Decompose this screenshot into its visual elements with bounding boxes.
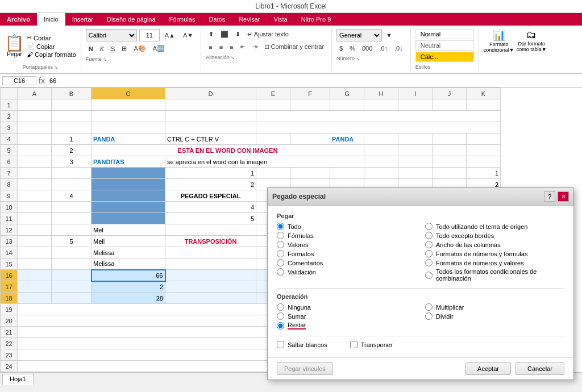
aceptar-button[interactable]: Aceptar <box>465 362 511 375</box>
indent-dec-btn[interactable]: ⇤ <box>238 41 248 52</box>
cell-G1[interactable] <box>330 99 364 111</box>
radio-comentarios-input[interactable] <box>277 259 284 266</box>
cell-E1[interactable] <box>256 99 290 111</box>
radio-ninguna-input[interactable] <box>277 303 284 311</box>
decrease-font-btn[interactable]: A▼ <box>180 30 196 40</box>
cell-A1[interactable] <box>18 99 52 111</box>
formula-input[interactable] <box>47 77 580 85</box>
cell-J4[interactable] <box>433 134 467 145</box>
tab-inicio[interactable]: Inicio <box>37 13 65 26</box>
numero-expand[interactable]: ↘ <box>356 56 360 61</box>
increase-font-btn[interactable]: A▲ <box>162 30 178 40</box>
col-header-D[interactable]: D <box>165 88 256 99</box>
cell-J7[interactable] <box>433 168 467 179</box>
cell-A8[interactable] <box>18 179 52 190</box>
cell-H7[interactable] <box>364 168 398 179</box>
percent-btn[interactable]: % <box>347 43 358 53</box>
cell-C13[interactable]: Meli <box>92 236 165 247</box>
tab-vista[interactable]: Vista <box>267 13 294 26</box>
col-header-C[interactable]: C <box>92 88 165 99</box>
cell-C8-bar[interactable] <box>92 179 165 190</box>
radio-formulas-num-input[interactable] <box>425 250 433 257</box>
italic-button[interactable]: K <box>97 44 107 54</box>
cell-E3[interactable] <box>256 122 501 134</box>
dec-dec-btn[interactable]: .0↓ <box>392 43 406 53</box>
cell-D1[interactable] <box>165 99 256 111</box>
cell-E2[interactable] <box>256 111 501 122</box>
cell-I6[interactable] <box>398 156 433 168</box>
col-header-E[interactable]: E <box>256 88 290 99</box>
cell-B13[interactable]: 5 <box>52 236 92 247</box>
alineacion-expand[interactable]: ↘ <box>231 55 235 60</box>
neutral-style-item[interactable]: Neutral <box>415 40 474 51</box>
thousands-btn[interactable]: 000 <box>359 43 375 53</box>
col-header-F[interactable]: F <box>290 88 330 99</box>
fill-color-btn[interactable]: A🎨 <box>131 43 148 54</box>
cell-B5[interactable]: 2 <box>52 145 92 156</box>
cell-J6[interactable] <box>433 156 467 168</box>
cell-B10[interactable] <box>52 202 92 213</box>
cell-A4[interactable] <box>18 134 52 145</box>
cell-I1[interactable] <box>398 99 433 111</box>
cell-D11[interactable]: 5 <box>165 213 256 224</box>
cell-B7[interactable] <box>52 168 92 179</box>
dialog-close-btn[interactable]: ✕ <box>558 191 569 202</box>
portapapeles-expand[interactable]: ↘ <box>54 65 58 70</box>
indent-inc-btn[interactable]: ⇥ <box>250 41 260 52</box>
pegar-vinculos-button[interactable]: Pegar vínculos <box>277 362 333 375</box>
font-color-btn[interactable]: A🔤 <box>150 43 168 54</box>
tab-formulas[interactable]: Fórmulas <box>163 13 202 26</box>
radio-formulas-input[interactable] <box>277 232 284 239</box>
col-header-B[interactable]: B <box>52 88 92 99</box>
col-header-H[interactable]: H <box>364 88 398 99</box>
cell-A12[interactable] <box>18 224 52 236</box>
dec-inc-btn[interactable]: .0↑ <box>376 43 390 53</box>
cell-B18[interactable] <box>52 293 92 304</box>
radio-todos-cond-input[interactable] <box>425 272 433 279</box>
cell-A11[interactable] <box>18 213 52 224</box>
cell-A2[interactable] <box>18 111 52 122</box>
bold-button[interactable]: N <box>86 44 96 54</box>
number-expand-btn[interactable]: ▼ <box>383 30 395 40</box>
cell-D2[interactable] <box>165 111 256 122</box>
cell-A18[interactable] <box>18 293 52 304</box>
radio-restar-input[interactable] <box>277 322 284 330</box>
col-header-G[interactable]: G <box>330 88 364 99</box>
cell-C2[interactable] <box>92 111 165 122</box>
radio-ancho-col-input[interactable] <box>425 241 433 248</box>
cell-E4[interactable] <box>256 134 290 145</box>
radio-validacion-input[interactable] <box>277 268 284 276</box>
cell-A16[interactable] <box>18 270 52 281</box>
cell-D3[interactable] <box>165 122 256 134</box>
cell-B6[interactable]: 3 <box>52 156 92 168</box>
paste-big-icon[interactable]: 📋 <box>5 35 24 51</box>
cell-B1[interactable] <box>52 99 92 111</box>
font-family-select[interactable]: Calibri <box>86 29 137 41</box>
col-header-K[interactable]: K <box>467 88 501 99</box>
cancelar-button[interactable]: Cancelar <box>516 362 564 375</box>
col-header-J[interactable]: J <box>433 88 467 99</box>
cell-D10[interactable]: 4 <box>165 202 256 213</box>
align-top-btn[interactable]: ⬆ <box>206 29 217 40</box>
cell-C5-span[interactable]: ESTA EN EL WORD CON IMAGEN <box>92 145 364 156</box>
cell-D14[interactable] <box>165 247 256 258</box>
cell-B14[interactable] <box>52 247 92 258</box>
cell-H4[interactable] <box>364 134 398 145</box>
radio-dividir-input[interactable] <box>425 312 433 320</box>
paste-area[interactable]: 📋 Pegar <box>5 35 24 57</box>
cell-D4[interactable]: CTRL C + CTLR V <box>165 134 256 145</box>
cut-button[interactable]: ✂ Cortar <box>27 34 76 41</box>
col-header-A[interactable]: A <box>18 88 52 99</box>
cell-A14[interactable] <box>18 247 52 258</box>
fuente-expand[interactable]: ↘ <box>103 57 107 62</box>
cell-D9[interactable]: PEGADO ESPECIAL <box>165 190 256 202</box>
border-button[interactable]: ⊞ <box>119 43 130 54</box>
cell-I5[interactable] <box>398 145 433 156</box>
cell-K6[interactable] <box>467 156 501 168</box>
calc-style-item[interactable]: Cálc... <box>415 52 474 62</box>
cell-A3[interactable] <box>18 122 52 134</box>
cell-A13[interactable] <box>18 236 52 247</box>
radio-formatos-input[interactable] <box>277 250 284 257</box>
cell-C16[interactable]: 66 <box>92 270 165 281</box>
cell-E7[interactable] <box>256 168 290 179</box>
